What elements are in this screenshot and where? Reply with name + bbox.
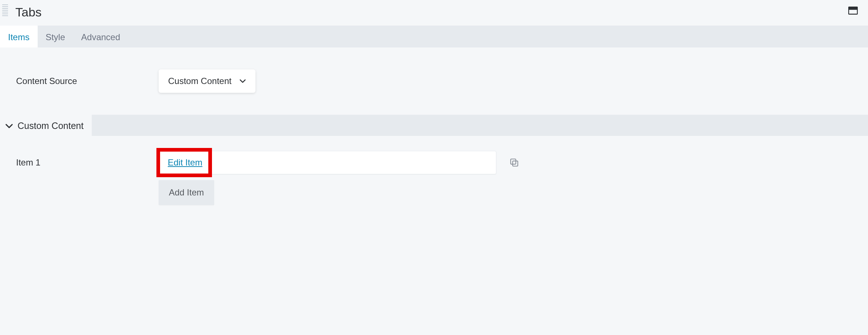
section-header-bg (92, 115, 868, 136)
section-tab-custom-content[interactable]: Custom Content (0, 115, 92, 137)
item-1-field[interactable]: Edit Item (159, 151, 496, 174)
add-item-button[interactable]: Add Item (159, 180, 214, 205)
svg-rect-3 (511, 159, 516, 164)
content-source-row: Content Source Custom Content (0, 47, 868, 115)
content-source-label: Content Source (16, 76, 159, 86)
tab-advanced[interactable]: Advanced (73, 26, 128, 47)
window-icon[interactable] (848, 7, 858, 15)
item-field-wrap: Edit Item (159, 151, 519, 174)
section-tab-label: Custom Content (18, 121, 84, 131)
svg-rect-1 (849, 7, 857, 10)
item-row: Item 1 Edit Item (0, 137, 868, 174)
section-header-row: Custom Content (0, 115, 868, 137)
svg-rect-2 (513, 161, 518, 166)
add-item-row: Add Item (0, 174, 868, 205)
tab-items[interactable]: Items (0, 26, 38, 47)
drag-handle-icon[interactable] (2, 4, 9, 20)
content-source-dropdown[interactable]: Custom Content (159, 69, 255, 93)
panel-header: Tabs (0, 0, 868, 26)
chevron-down-icon (239, 78, 246, 84)
panel-title: Tabs (15, 5, 42, 19)
tabs-row: Items Style Advanced (0, 26, 868, 47)
item-1-label: Item 1 (16, 157, 159, 168)
content-source-selected: Custom Content (168, 76, 231, 86)
copy-icon[interactable] (509, 158, 519, 167)
edit-item-link[interactable]: Edit Item (168, 157, 202, 168)
tab-style[interactable]: Style (38, 26, 73, 47)
chevron-down-icon (5, 122, 13, 130)
